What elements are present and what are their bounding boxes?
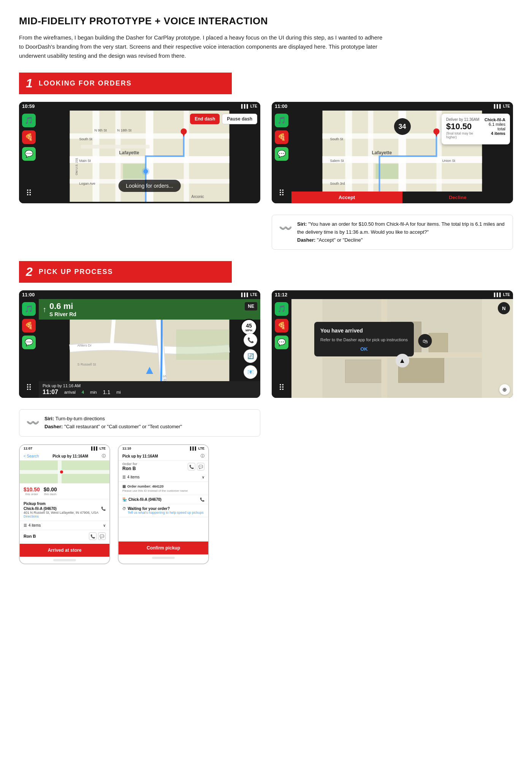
doordash-icon-4[interactable]: 🍕 [275,319,288,332]
order-for-section: Order for Ron B [122,462,137,471]
dasher-label-2: Dasher: [44,424,63,429]
dasher-label-1: Dasher: [297,237,315,243]
nav-distance: 0.6 mi [49,301,76,311]
svg-rect-28 [323,156,482,163]
call-store-icon[interactable]: 📞 [200,497,204,502]
arrived-at-store-button[interactable]: Arrived at store [20,544,109,557]
waiting-link[interactable]: Tell us what's happening to help speed u… [128,511,204,515]
status-bar-2: 11:00 ▌▌▌ LTE [272,102,513,111]
svg-text:Union St: Union St [442,159,456,163]
phone-map-svg-1 [20,461,109,483]
svg-text:Logan Ave: Logan Ave [79,182,95,185]
doordash-icon-3[interactable]: 🍕 [22,319,36,332]
nav-bottom-bar: Pick up by 11:16 AM 11:07 arrival 4 min … [39,381,260,398]
doordash-icon[interactable]: 🍕 [22,130,36,144]
siri-speech-2: Turn-by-turn directions [55,416,105,421]
accept-button[interactable]: Accept [291,192,402,203]
screen-body-3: 🎵 🍕 💬 ⠿ [19,299,260,398]
action-buttons: 📞 🔄 📧 [244,333,257,379]
section1-voice-row: 〰️ Siri: "You have an order for $10.50 f… [19,211,513,250]
store-icon-2: 🏪 [122,497,127,502]
map-area-1: Lafayette Arconic N 9th St N 18th St Sou… [39,111,260,203]
order-price-note: (final total may be higher) [446,131,482,139]
siri-label-2: Siri: [44,416,54,421]
messages-icon-2[interactable]: 💬 [275,147,288,161]
section2-screens: 11:00 ▌▌▌ LTE 🎵 🍕 💬 ⠿ [19,290,513,398]
earning-this-dash: $0.00 this dash [44,486,57,496]
svg-text:South 3rd: South 3rd [330,182,345,185]
grid-icon-3[interactable]: ⠿ [22,381,36,395]
call-restaurant-button[interactable]: 📞 [244,333,257,347]
grid-icon[interactable]: ⠿ [22,187,36,200]
pickup-from-title: Pickup from [24,502,106,506]
doordash-icon-2[interactable]: 🍕 [275,130,288,144]
spotify-icon-4[interactable]: 🎵 [275,302,288,316]
text-icon-2[interactable]: 💬 [197,463,204,470]
nav-min-value: 4 [82,390,84,394]
svg-text:South St: South St [330,137,344,141]
svg-rect-48 [429,333,448,352]
svg-text:N 18th St: N 18th St [117,128,132,132]
pause-dash-button[interactable]: Pause dash [222,114,257,124]
nav-street: S River Rd [49,311,76,317]
nav-arrow-center: ▲ [144,363,156,377]
page-description: From the wireframes, I began building th… [19,33,384,60]
messages-icon-3[interactable]: 💬 [22,336,36,349]
svg-text:🛍: 🛍 [423,338,428,344]
phone-pickup-time-2: Pick up by 11:16AM [122,454,158,458]
messages-icon-4[interactable]: 💬 [275,336,288,349]
signal-2: ▌▌▌ LTE [494,104,510,108]
phone-status-1: 11:07 ▌▌▌ LTE [20,445,109,452]
text-icon-1[interactable]: 💬 [98,532,106,540]
time-3: 11:00 [22,292,35,298]
phone-signal-2: ▌▌▌ LTE [190,446,204,450]
items-row-1: ☰ 4 items ∨ [20,521,109,530]
back-button-1[interactable]: < Search [24,454,39,458]
decline-button[interactable]: Decline [402,192,513,203]
messages-icon[interactable]: 💬 [22,147,36,161]
section2-title: PICK UP PROCESS [39,268,113,276]
phone-time-1: 11:07 [24,446,32,450]
nav-miles-label: mi [116,390,121,394]
grid-icon-2[interactable]: ⠿ [275,187,288,200]
phone-header-1: < Search Pick up by 11:16AM ⓘ [20,452,109,461]
svg-text:Old U.S. 231: Old U.S. 231 [75,158,78,175]
time-4: 11:12 [275,292,287,298]
text-customer-button[interactable]: 📧 [244,365,257,379]
svg-text:N 9th St: N 9th St [95,128,107,132]
spotify-icon-3[interactable]: 🎵 [22,302,36,316]
screen-body-2: 🎵 🍕 💬 ⠿ [272,111,513,203]
section1-screens: 10:59 ▌▌▌ LTE 🎵 🍕 💬 ⠿ [19,102,513,203]
ok-button[interactable]: OK [320,346,408,352]
customer-name-1: Ron B [24,534,36,538]
spotify-icon[interactable]: 🎵 [22,114,36,127]
items-label-1: 4 items [28,523,41,527]
barcode-icon: ▦ [122,484,126,488]
confirm-pickup-button[interactable]: Confirm pickup [119,542,208,554]
phone-status-2: 11:10 ▌▌▌ LTE [119,445,208,452]
signal-3: ▌▌▌ LTE [241,293,257,297]
arrived-popup: You have arrived Refer to the Dasher app… [314,322,414,356]
end-dash-button[interactable]: End dash [190,114,220,124]
svg-text:Salem St: Salem St [330,159,344,163]
svg-text:Main St: Main St [79,159,91,163]
call-icon-1[interactable]: 📞 [89,532,97,540]
voice-text-2: Siri: Turn-by-turn directions Dasher: "C… [44,415,182,431]
order-for-row: Order for Ron B 📞 💬 [119,461,208,473]
arrived-title: You have arrived [320,326,408,335]
items-label-2: 4 items [127,475,139,479]
customer-icons-1: 📞 💬 [89,532,106,540]
earnings-row-1: $10.50 this order $0.00 this dash [20,483,109,499]
call-icon-2[interactable]: 📞 [188,463,195,470]
earning-amount-1: $10.50 [24,486,40,492]
waiting-label: Waiting for your order? [128,507,204,511]
phone-map-1 [20,461,109,483]
looking-for-orders-overlay: Looking for orders... [118,180,181,192]
phone-header-2: Pick up by 11:16AM ⓘ [119,452,208,461]
phone-icon-1[interactable]: 📞 [101,507,106,511]
directions-link-1[interactable]: Directions [24,515,106,518]
spotify-icon-2[interactable]: 🎵 [275,114,288,127]
call-customer-button[interactable]: 🔄 [244,349,257,363]
order-for-label: Order for [122,462,137,466]
grid-icon-4[interactable]: ⠿ [275,381,288,395]
